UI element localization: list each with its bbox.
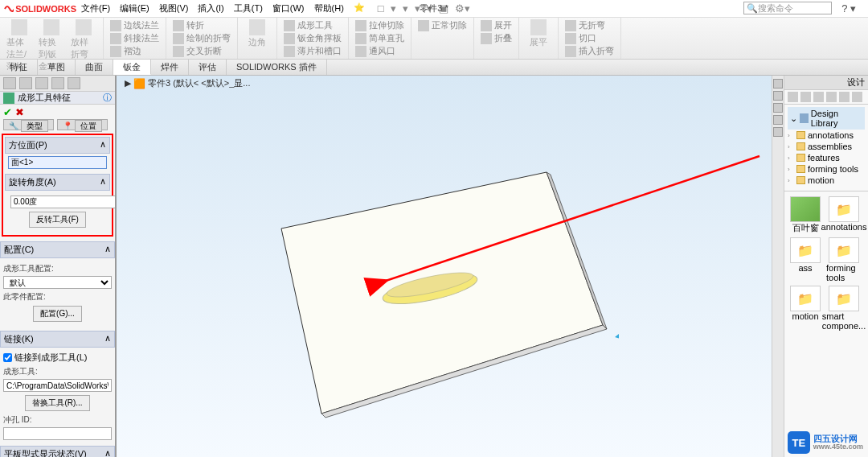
tree-forming-tools[interactable]: ›forming tools bbox=[788, 163, 865, 175]
menu-tools[interactable]: 工具(T) bbox=[229, 2, 268, 14]
add-loc-icon[interactable] bbox=[826, 92, 837, 102]
tree-features[interactable]: ›features bbox=[788, 152, 865, 163]
confirm-row: ✔ ✖ bbox=[0, 105, 115, 117]
help-link-icon[interactable]: ⓘ bbox=[103, 92, 112, 104]
menu-window[interactable]: 窗口(W) bbox=[268, 2, 309, 14]
ribbon-sketched-bend[interactable]: 绘制的折弯 bbox=[173, 32, 231, 44]
punch-id-input[interactable] bbox=[3, 427, 112, 440]
tree-assemblies[interactable]: ›assemblies bbox=[788, 141, 865, 152]
feature-tree-tab-icon[interactable] bbox=[3, 77, 16, 89]
ribbon-normal-cut[interactable]: 正常切除 bbox=[418, 19, 467, 31]
flat-pattern-header[interactable]: 平板型式显示状态(V)∧ bbox=[0, 446, 115, 457]
ribbon: 基体法兰/薄片 转换到钣金 放样折弯 边线法兰 斜接法兰 褶边 转折 绘制的折弯… bbox=[0, 18, 868, 60]
ribbon-rip[interactable]: 切口 bbox=[565, 32, 614, 44]
subtab-type[interactable]: 🔧 类型 bbox=[3, 119, 54, 130]
graphics-viewport[interactable]: ▶ 🟧 零件3 (默认< <默认>_显... bbox=[117, 76, 772, 457]
back-icon[interactable] bbox=[788, 92, 798, 102]
ribbon-hem[interactable]: 褶边 bbox=[110, 45, 159, 57]
tab-surface[interactable]: 曲面 bbox=[76, 60, 113, 75]
light-icon[interactable] bbox=[773, 127, 783, 137]
expand-icon[interactable]: ▶ bbox=[125, 78, 131, 89]
menu-view[interactable]: 视图(V) bbox=[154, 2, 194, 14]
cancel-icon[interactable]: ✖ bbox=[15, 106, 24, 116]
new-icon[interactable]: □ bbox=[378, 2, 384, 14]
menu-pin-icon[interactable]: ⭐ bbox=[349, 2, 370, 14]
library-tree: ⌄Design Library ›annotations ›assemblies… bbox=[784, 105, 868, 188]
placement-face-header[interactable]: 方位面(P)∧ bbox=[5, 137, 110, 154]
menu-edit[interactable]: 编辑(E) bbox=[115, 2, 154, 14]
watermark-url: www.45te.com bbox=[813, 443, 863, 451]
design-library-root[interactable]: ⌄Design Library bbox=[788, 107, 865, 130]
tab-sheetmetal[interactable]: 钣金 bbox=[113, 60, 151, 75]
appearance-icon[interactable] bbox=[773, 91, 783, 101]
face-selection-input[interactable] bbox=[8, 156, 107, 169]
menu-file[interactable]: 文件(F) bbox=[76, 2, 115, 14]
ribbon-no-bends[interactable]: 无折弯 bbox=[565, 19, 614, 31]
rotation-angle-header[interactable]: 旋转角度(A)∧ bbox=[5, 174, 110, 191]
ribbon-gusset[interactable]: 钣金角撑板 bbox=[284, 32, 342, 44]
thumb-louver[interactable]: 百叶窗 bbox=[788, 196, 823, 234]
tab-addins[interactable]: SOLIDWORKS 插件 bbox=[227, 60, 327, 75]
menu-help[interactable]: 帮助(H) bbox=[309, 2, 349, 14]
app-name: SOLIDWORKS bbox=[15, 4, 76, 14]
ribbon-miter-flange[interactable]: 斜接法兰 bbox=[110, 32, 159, 44]
link-checkbox-label: 链接到成形工具(L) bbox=[14, 352, 87, 364]
ribbon-cross-break[interactable]: 交叉折断 bbox=[173, 45, 231, 57]
property-tab-icon[interactable] bbox=[19, 77, 32, 89]
config-dropdown[interactable]: 默认 bbox=[3, 276, 112, 289]
help-icon[interactable]: ? ▾ bbox=[841, 2, 856, 14]
thumb-forming[interactable]: 📁forming tools bbox=[826, 237, 862, 282]
task-pane: 设计 ⌄Design Library ›annotations ›assembl… bbox=[784, 76, 868, 457]
forward-icon[interactable] bbox=[800, 92, 811, 102]
display-tab-icon[interactable] bbox=[68, 77, 80, 89]
reverse-tool-button[interactable]: 反转工具(F) bbox=[29, 212, 86, 228]
decal-icon[interactable] bbox=[773, 115, 783, 125]
ribbon-flatten[interactable]: 展平 bbox=[526, 19, 551, 48]
tab-sketch[interactable]: 草图 bbox=[38, 60, 76, 75]
ribbon-unfold[interactable]: 展开 bbox=[481, 19, 512, 31]
part-config-label: 此零件配置: bbox=[3, 291, 112, 303]
ribbon-jog[interactable]: 转折 bbox=[173, 19, 231, 31]
tab-evaluate[interactable]: 评估 bbox=[189, 60, 227, 75]
search-input[interactable]: 🔍搜索命令 bbox=[743, 2, 832, 14]
thumb-smart[interactable]: 📁smart compone... bbox=[826, 286, 862, 331]
custom-props-icon[interactable] bbox=[773, 103, 783, 113]
ok-icon[interactable]: ✔ bbox=[3, 106, 12, 116]
replace-tool-button[interactable]: 替换工具(R)... bbox=[25, 395, 89, 411]
subtab-position[interactable]: 📍 位置 bbox=[57, 119, 108, 130]
open-icon[interactable]: ▾ bbox=[391, 2, 396, 14]
filter-icon[interactable] bbox=[852, 92, 862, 102]
angle-input[interactable] bbox=[10, 196, 117, 208]
config-header[interactable]: 配置(C)∧ bbox=[0, 241, 115, 258]
ribbon-insert-bends[interactable]: 插入折弯 bbox=[565, 45, 614, 57]
feature-breadcrumb[interactable]: ▶ 🟧 零件3 (默认< <默认>_显... bbox=[125, 77, 250, 89]
config-tab-icon[interactable] bbox=[35, 77, 48, 89]
ribbon-extrude-cut[interactable]: 拉伸切除 bbox=[355, 19, 404, 31]
ribbon-edge-flange[interactable]: 边线法兰 bbox=[110, 19, 159, 31]
tree-annotations[interactable]: ›annotations bbox=[788, 130, 865, 141]
panel-tabs bbox=[0, 76, 115, 92]
ribbon-corners[interactable]: 边角 bbox=[244, 19, 270, 48]
ribbon-fold[interactable]: 折叠 bbox=[481, 32, 512, 44]
home-lib-icon[interactable] bbox=[813, 92, 824, 102]
thumb-annotations[interactable]: 📁annotations bbox=[826, 196, 862, 234]
ribbon-vent[interactable]: 通风口 bbox=[355, 45, 404, 57]
link-checkbox[interactable] bbox=[3, 353, 12, 362]
thumb-motion[interactable]: 📁motion bbox=[788, 286, 823, 331]
tab-weldments[interactable]: 焊件 bbox=[151, 60, 189, 75]
ribbon-forming-tool[interactable]: 成形工具 bbox=[284, 19, 342, 31]
link-header[interactable]: 链接(K)∧ bbox=[0, 331, 115, 348]
tool-path-input[interactable] bbox=[3, 379, 112, 392]
menu-insert[interactable]: 插入(I) bbox=[193, 2, 228, 14]
refresh-icon[interactable] bbox=[839, 92, 850, 102]
save-icon[interactable]: ▾ bbox=[403, 2, 408, 14]
ribbon-tab-slot[interactable]: 薄片和槽口 bbox=[284, 45, 342, 57]
ribbon-simple-hole[interactable]: 简单直孔 bbox=[355, 32, 404, 44]
tab-features[interactable]: 特征 bbox=[0, 60, 38, 75]
options-icon[interactable]: ⚙▾ bbox=[455, 2, 470, 14]
home-icon[interactable] bbox=[773, 79, 783, 89]
thumb-ass[interactable]: 📁ass bbox=[788, 237, 823, 282]
config-button[interactable]: 配置(G)... bbox=[33, 306, 82, 322]
tree-motion[interactable]: ›motion bbox=[788, 175, 865, 186]
dimxpert-tab-icon[interactable] bbox=[51, 77, 64, 89]
